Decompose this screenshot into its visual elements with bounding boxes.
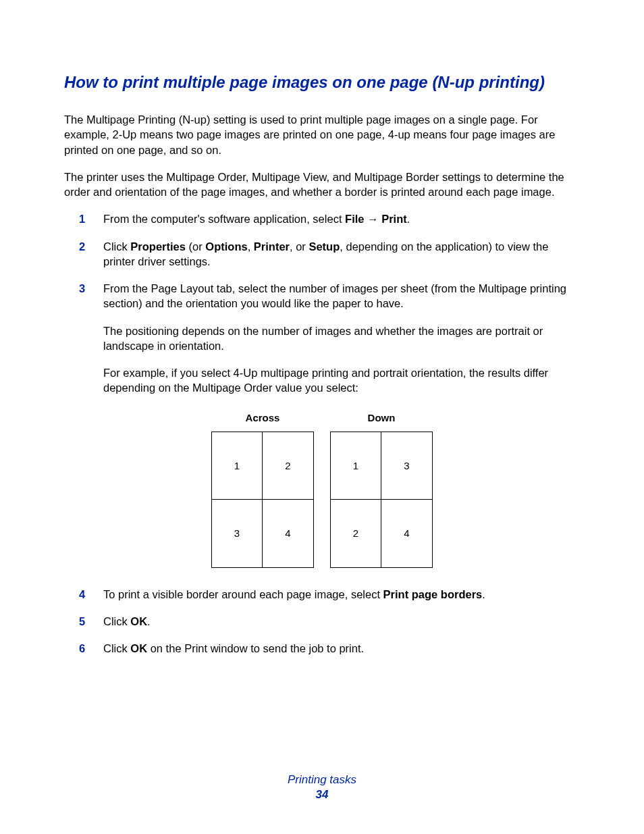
text: Click (103, 240, 130, 253)
cell: 1 (212, 432, 263, 500)
bold-printer: Printer (254, 240, 290, 253)
step3-p2: The positioning depends on the number of… (103, 323, 580, 354)
text: Click (103, 615, 130, 627)
intro-paragraph-1: The Multipage Printing (N-up) setting is… (64, 112, 580, 157)
step3-p3: For example, if you select 4-Up multipag… (103, 365, 580, 396)
step-content: Click Properties (or Options, Printer, o… (103, 239, 580, 269)
step-number: 5 (79, 614, 85, 629)
step3-p1: From the Page Layout tab, select the num… (103, 281, 580, 311)
text: , (248, 240, 254, 253)
step-content: Click OK on the Print window to send the… (103, 641, 580, 656)
step-number: 2 (79, 239, 85, 254)
step-number: 4 (79, 587, 85, 602)
page-heading: How to print multiple page images on one… (64, 73, 580, 92)
text: on the Print window to send the job to p… (147, 642, 364, 654)
menu-print: Print (381, 213, 407, 225)
text: (or (186, 240, 205, 253)
cell: 1 (331, 432, 381, 500)
cell: 4 (263, 500, 313, 567)
step-5: 5 Click OK. (103, 614, 580, 629)
diagram-down: Down 1 3 2 4 (330, 412, 433, 568)
grid-across: 1 2 3 4 (211, 432, 314, 568)
order-diagrams: Across 1 2 3 4 Down 1 3 2 4 (64, 412, 580, 568)
step-number: 6 (79, 641, 85, 656)
document-page: How to print multiple page images on one… (0, 0, 644, 656)
text: , or (290, 240, 308, 253)
grid-down: 1 3 2 4 (330, 432, 433, 568)
menu-file: File (345, 213, 364, 225)
text: . (482, 588, 485, 600)
step-number: 3 (79, 281, 85, 296)
step-content: Click OK. (103, 614, 580, 629)
bold-properties: Properties (130, 240, 186, 253)
bold-ok: OK (130, 615, 147, 627)
diagram-title-across: Across (246, 412, 280, 423)
intro-paragraph-2: The printer uses the Multipage Order, Mu… (64, 170, 580, 200)
bold-ok: OK (130, 642, 147, 654)
step-2: 2 Click Properties (or Options, Printer,… (103, 239, 580, 269)
steps-list-continued: 4 To print a visible border around each … (64, 587, 580, 656)
text: Click (103, 642, 130, 654)
bold-print-page-borders: Print page borders (383, 588, 483, 600)
bold-options: Options (205, 240, 247, 253)
step-content: From the Page Layout tab, select the num… (103, 281, 580, 396)
text: From the computer's software application… (103, 213, 345, 225)
cell: 4 (381, 500, 432, 567)
page-footer: Printing tasks 34 (0, 773, 644, 802)
text: To print a visible border around each pa… (103, 588, 383, 600)
cell: 2 (331, 500, 381, 567)
step-content: To print a visible border around each pa… (103, 587, 580, 602)
step-4: 4 To print a visible border around each … (103, 587, 580, 602)
footer-page-number: 34 (0, 788, 644, 802)
step-content: From the computer's software application… (103, 211, 580, 226)
arrow-icon: → (365, 213, 382, 225)
step-6: 6 Click OK on the Print window to send t… (103, 641, 580, 656)
cell: 2 (263, 432, 313, 500)
text: . (147, 615, 151, 627)
diagram-title-down: Down (368, 412, 396, 423)
cell: 3 (212, 500, 263, 567)
cell: 3 (381, 432, 432, 500)
footer-section-title: Printing tasks (0, 773, 644, 787)
bold-setup: Setup (308, 240, 340, 253)
steps-list: 1 From the computer's software applicati… (64, 211, 580, 395)
step-3: 3 From the Page Layout tab, select the n… (103, 281, 580, 396)
text: . (407, 213, 410, 225)
step-number: 1 (79, 211, 85, 226)
diagram-across: Across 1 2 3 4 (211, 412, 314, 568)
step-1: 1 From the computer's software applicati… (103, 211, 580, 226)
